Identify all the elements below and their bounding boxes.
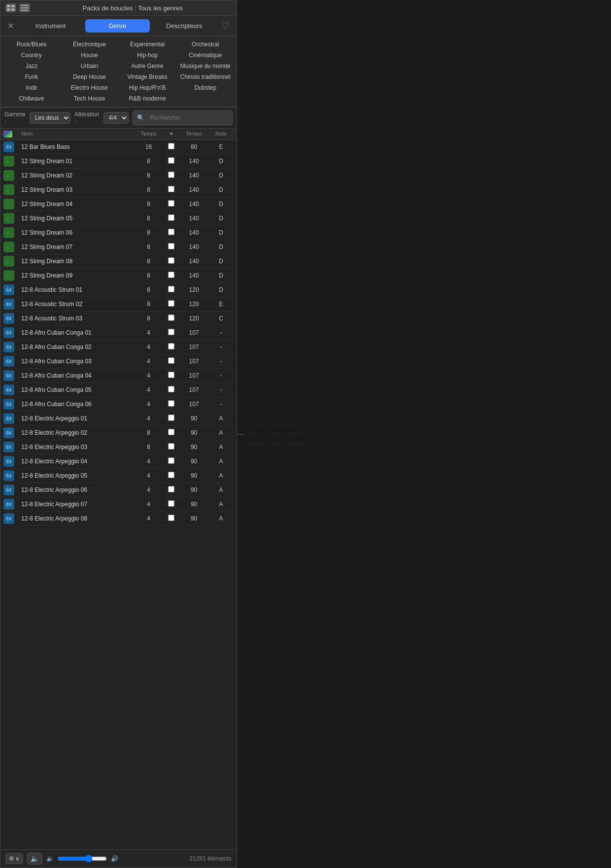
genre-item[interactable]: Tech House: [61, 93, 119, 104]
table-row[interactable]: ♪12 String Dream 018140D: [0, 154, 237, 169]
row-heart-checkbox[interactable]: [164, 272, 179, 279]
row-name: 12-8 Electric Arpeggio 05: [21, 472, 134, 479]
search-input[interactable]: [146, 112, 228, 123]
row-heart-checkbox[interactable]: [164, 314, 179, 322]
genre-item[interactable]: Urbain: [61, 61, 119, 71]
row-heart-checkbox[interactable]: [164, 286, 179, 294]
tab-genre[interactable]: Genre: [85, 19, 150, 33]
row-heart-checkbox[interactable]: [164, 429, 179, 437]
row-heart-checkbox[interactable]: [164, 472, 179, 480]
row-tempo: 120: [179, 315, 209, 322]
table-row[interactable]: 12-8 Electric Arpeggio 07490A: [0, 497, 237, 512]
genre-item[interactable]: Country: [2, 50, 61, 61]
row-beats: 4: [134, 344, 164, 350]
header-nom[interactable]: Nom: [21, 131, 134, 138]
row-heart-checkbox[interactable]: [164, 329, 179, 337]
table-row[interactable]: 12-8 Afro Cuban Conga 024107-: [0, 340, 237, 354]
row-heart-checkbox[interactable]: [164, 243, 179, 251]
genre-item[interactable]: R&B moderne: [118, 93, 176, 104]
header-note[interactable]: Note: [209, 131, 234, 138]
genre-item[interactable]: Jazz: [2, 61, 61, 71]
table-row[interactable]: 12-8 Acoustic Strum 018120D: [0, 283, 237, 297]
table-row[interactable]: ♪12 String Dream 038140D: [0, 183, 237, 197]
table-row[interactable]: 12-8 Electric Arpeggio 01490A: [0, 412, 237, 426]
volume-slider[interactable]: [58, 855, 107, 863]
row-heart-checkbox[interactable]: [164, 229, 179, 237]
table-row[interactable]: ♪12 String Dream 098140D: [0, 269, 237, 283]
header-heart[interactable]: ♥: [164, 131, 179, 138]
table-row[interactable]: ♪12 String Dream 078140D: [0, 240, 237, 254]
table-row[interactable]: 12-8 Electric Arpeggio 08490A: [0, 512, 237, 526]
close-button[interactable]: ✕: [4, 20, 16, 32]
row-heart-checkbox[interactable]: [164, 400, 179, 408]
tab-instrument[interactable]: Instrument: [18, 19, 83, 33]
table-row[interactable]: 12-8 Electric Arpeggio 03890A: [0, 440, 237, 454]
row-heart-checkbox[interactable]: [164, 186, 179, 194]
view-icon-2[interactable]: [19, 3, 30, 12]
view-icon-1[interactable]: [5, 3, 16, 12]
row-heart-checkbox[interactable]: [164, 300, 179, 308]
table-row[interactable]: 12-8 Electric Arpeggio 06490A: [0, 483, 237, 497]
table-row[interactable]: 12 Bar Blues Bass1680E: [0, 140, 237, 154]
table-row[interactable]: ♪12 String Dream 068140D: [0, 226, 237, 240]
row-heart-checkbox[interactable]: [164, 515, 179, 522]
genre-item[interactable]: Indé: [2, 82, 61, 93]
genre-item[interactable]: Deep House: [61, 71, 119, 82]
row-heart-checkbox[interactable]: [164, 386, 179, 394]
gear-button[interactable]: ⚙ ∨: [5, 853, 23, 864]
alteration-select[interactable]: 4/4 3/4 6/8: [103, 112, 129, 124]
genre-item[interactable]: Dubstep: [176, 82, 235, 93]
row-heart-checkbox[interactable]: [164, 500, 179, 508]
tab-descripteurs[interactable]: Descripteurs: [152, 19, 217, 33]
row-heart-checkbox[interactable]: [164, 357, 179, 365]
genre-item[interactable]: Hip-hop: [118, 50, 176, 61]
row-heart-checkbox[interactable]: [164, 157, 179, 165]
favorites-button[interactable]: ♡: [219, 19, 233, 33]
genre-item[interactable]: Expérimental: [118, 39, 176, 50]
table-row[interactable]: 12-8 Electric Arpeggio 02890A: [0, 426, 237, 440]
table-row[interactable]: ♪12 String Dream 088140D: [0, 254, 237, 269]
genre-item[interactable]: Electro House: [61, 82, 119, 93]
row-heart-checkbox[interactable]: [164, 415, 179, 422]
genre-item[interactable]: Funk: [2, 71, 61, 82]
genre-item[interactable]: Autre Genre: [118, 61, 176, 71]
genre-item[interactable]: [176, 93, 235, 104]
table-row[interactable]: ♪12 String Dream 048140D: [0, 197, 237, 211]
loop-icon-blue: [3, 427, 14, 438]
speaker-button[interactable]: 🔈: [27, 853, 42, 865]
table-row[interactable]: 12-8 Afro Cuban Conga 064107-: [0, 397, 237, 412]
table-row[interactable]: 12-8 Afro Cuban Conga 014107-: [0, 326, 237, 340]
genre-item[interactable]: Chillwave: [2, 93, 61, 104]
row-heart-checkbox[interactable]: [164, 143, 179, 151]
row-heart-checkbox[interactable]: [164, 343, 179, 351]
table-row[interactable]: 12-8 Acoustic Strum 038120C: [0, 312, 237, 326]
table-row[interactable]: 12-8 Afro Cuban Conga 054107-: [0, 383, 237, 397]
row-heart-checkbox[interactable]: [164, 372, 179, 380]
table-row[interactable]: 12-8 Electric Arpeggio 04490A: [0, 454, 237, 469]
table-row[interactable]: ♪12 String Dream 058140D: [0, 211, 237, 226]
header-tempo[interactable]: Tempo: [179, 131, 209, 138]
row-heart-checkbox[interactable]: [164, 457, 179, 465]
header-temps[interactable]: Temps: [134, 131, 164, 138]
genre-item[interactable]: Chinois traditionnel: [176, 71, 235, 82]
row-heart-checkbox[interactable]: [164, 443, 179, 451]
row-heart-checkbox[interactable]: [164, 257, 179, 265]
row-heart-checkbox[interactable]: [164, 486, 179, 494]
table-row[interactable]: 12-8 Afro Cuban Conga 044107-: [0, 369, 237, 383]
table-row[interactable]: 12-8 Afro Cuban Conga 034107-: [0, 354, 237, 369]
row-heart-checkbox[interactable]: [164, 214, 179, 222]
genre-item[interactable]: Rock/Blues: [2, 39, 61, 50]
genre-item[interactable]: Orchestral: [176, 39, 235, 50]
row-heart-checkbox[interactable]: [164, 200, 179, 208]
table-row[interactable]: 12-8 Electric Arpeggio 05490A: [0, 469, 237, 483]
genre-item[interactable]: House: [61, 50, 119, 61]
genre-item[interactable]: Hip Hop/R'n'B: [118, 82, 176, 93]
genre-item[interactable]: Vintage Breaks: [118, 71, 176, 82]
row-heart-checkbox[interactable]: [164, 172, 179, 179]
gamme-select[interactable]: Les deux Majeur Mineur: [30, 112, 70, 124]
table-row[interactable]: ♪12 String Dream 028140D: [0, 169, 237, 183]
table-row[interactable]: 12-8 Acoustic Strum 028120E: [0, 297, 237, 312]
genre-item[interactable]: Musique du monde: [176, 61, 235, 71]
genre-item[interactable]: Cinématique: [176, 50, 235, 61]
genre-item[interactable]: Électronique: [61, 39, 119, 50]
